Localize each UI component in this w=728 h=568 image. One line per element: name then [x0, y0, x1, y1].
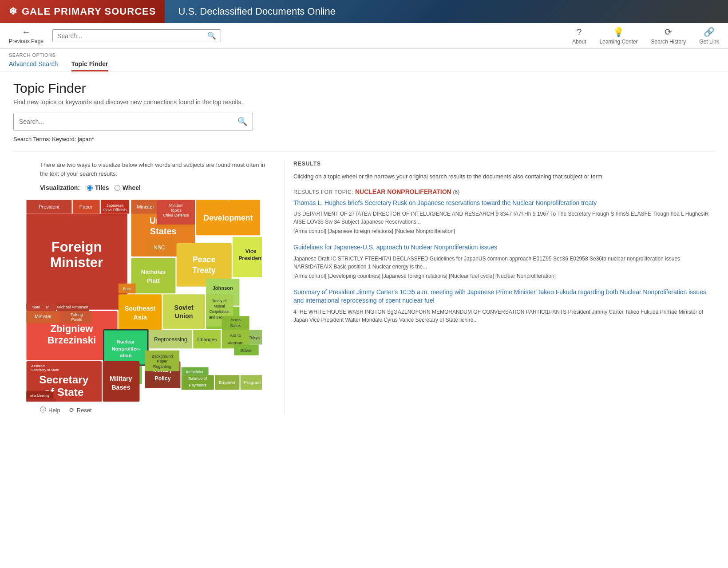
- svg-text:Japanese: Japanese: [107, 203, 123, 208]
- topic-search-icon[interactable]: 🔍: [237, 117, 247, 126]
- search-history-label: Search History: [651, 39, 686, 45]
- lightbulb-icon: 💡: [613, 27, 624, 37]
- svg-text:Minister: Minister: [35, 314, 52, 319]
- svg-text:Treaty of: Treaty of: [212, 299, 227, 303]
- result-excerpt-1: US DEPARTMENT OF 27TATEw DIRECTOR OF INT…: [293, 210, 710, 226]
- results-panel: RESULTS Clicking on a topic wheel or til…: [293, 161, 715, 333]
- reset-icon: ⟳: [69, 406, 75, 414]
- svg-text:Secretary of State: Secretary of State: [32, 368, 59, 372]
- prev-page-button[interactable]: ← Previous Page: [9, 27, 44, 44]
- result-link-3[interactable]: Summary of President Jimmy Carter's 10:3…: [293, 288, 710, 305]
- svg-text:Points: Points: [71, 317, 82, 322]
- svg-text:Changes: Changes: [197, 337, 217, 342]
- page-subtitle: Find new topics or keywords and discover…: [13, 99, 715, 106]
- wheel-radio-option[interactable]: Wheel: [115, 184, 141, 191]
- tile-summary[interactable]: [27, 398, 56, 402]
- keyword-value: japan*: [78, 136, 94, 142]
- svg-text:Payments: Payments: [189, 383, 207, 387]
- svg-text:Secretary: Secretary: [39, 374, 89, 386]
- learning-center-nav-item[interactable]: 💡 Learning Center: [600, 27, 638, 45]
- svg-text:Topics: Topics: [170, 208, 182, 213]
- svg-text:Minister: Minister: [50, 255, 103, 270]
- svg-text:President: President: [39, 204, 59, 209]
- results-topic-label: RESULTS FOR TOPIC:: [293, 189, 353, 195]
- svg-text:Nuclear: Nuclear: [117, 339, 135, 344]
- svg-text:Southeast: Southeast: [125, 305, 156, 312]
- topic-search-box: 🔍: [13, 113, 253, 130]
- reset-label: Reset: [77, 407, 92, 414]
- search-options-label: SEARCH OPTIONS: [9, 52, 719, 58]
- tile-svg: Foreign Minister President Paper Japanes…: [22, 197, 262, 402]
- help-label: Help: [48, 407, 60, 414]
- result-tags-2: [Arms control] [Developing countries] [J…: [293, 273, 710, 279]
- svg-text:Soviet: Soviet: [174, 304, 194, 311]
- reset-button[interactable]: ⟳ Reset: [69, 406, 92, 414]
- svg-text:Aid to: Aid to: [230, 333, 241, 338]
- history-icon: ⟳: [665, 27, 672, 37]
- global-search-icon[interactable]: 🔍: [207, 32, 216, 40]
- svg-text:Peace: Peace: [193, 255, 215, 264]
- results-header: RESULTS: [293, 161, 710, 167]
- help-button[interactable]: ⓘ Help: [40, 406, 60, 414]
- result-link-2[interactable]: Guidelines for Japanese-U.S. approach to…: [293, 243, 710, 252]
- wheel-radio[interactable]: [115, 185, 120, 191]
- learning-center-label: Learning Center: [600, 39, 638, 45]
- nav-right: ? About 💡 Learning Center ⟳ Search Histo…: [572, 27, 719, 45]
- svg-text:States: States: [150, 226, 177, 236]
- brand-section: ❄ GALE PRIMARY SOURCES: [0, 0, 165, 23]
- tile-southeast-asia[interactable]: [119, 294, 162, 331]
- get-link-nav-item[interactable]: 🔗 Get Link: [699, 27, 719, 45]
- svg-text:Treaty: Treaty: [193, 266, 216, 275]
- link-icon: 🔗: [704, 27, 715, 37]
- search-history-nav-item[interactable]: ⟳ Search History: [651, 27, 686, 45]
- tile-soviet-union[interactable]: [163, 294, 205, 329]
- svg-text:China Defense: China Defense: [163, 213, 189, 217]
- tab-topic-finder[interactable]: Topic Finder: [71, 60, 108, 71]
- svg-text:Mutual: Mutual: [214, 304, 225, 308]
- global-search-input[interactable]: [57, 32, 207, 39]
- result-link-1[interactable]: Thomas L. Hughes briefs Secretary Rusk o…: [293, 199, 710, 208]
- page-title: Topic Finder: [13, 81, 715, 96]
- tile-visualization[interactable]: Foreign Minister President Paper Japanes…: [22, 197, 262, 402]
- search-terms-label: Search Terms:: [13, 136, 51, 142]
- results-topic-count: (6): [453, 189, 460, 195]
- svg-text:Platt: Platt: [147, 277, 160, 284]
- result-item-2: Guidelines for Japanese-U.S. approach to…: [293, 243, 710, 279]
- topic-search-input[interactable]: [19, 118, 237, 125]
- svg-text:Sales: Sales: [230, 323, 241, 328]
- svg-text:Foreign: Foreign: [51, 239, 102, 255]
- tiles-label: Tiles: [95, 184, 109, 191]
- svg-text:Assistant: Assistant: [32, 364, 46, 368]
- search-options-bar: SEARCH OPTIONS Advanced Search Topic Fin…: [0, 49, 728, 72]
- svg-text:Paper: Paper: [79, 204, 93, 209]
- tab-advanced-search[interactable]: Advanced Search: [9, 60, 58, 71]
- svg-text:Indochina: Indochina: [186, 370, 203, 374]
- tiles-radio-option[interactable]: Tiles: [87, 184, 109, 191]
- svg-text:Nonprolifer-: Nonprolifer-: [112, 346, 140, 351]
- svg-text:NSC: NSC: [154, 245, 165, 251]
- wheel-label: Wheel: [123, 184, 141, 191]
- svg-text:Brzezinski: Brzezinski: [47, 335, 96, 346]
- arrow-left-icon: ←: [22, 27, 31, 37]
- results-topic-name: NUCLEAR NONPROLIFERATION: [355, 188, 451, 195]
- svg-text:Regarding: Regarding: [153, 364, 171, 369]
- result-tags-1: [Arms control] [Japanese foreign relatio…: [293, 228, 710, 234]
- svg-text:President: President: [238, 255, 262, 261]
- svg-text:Zbigniew: Zbigniew: [50, 323, 93, 334]
- svg-text:Development: Development: [203, 213, 253, 222]
- tile-nicholas-platt[interactable]: [131, 258, 176, 293]
- svg-text:Union: Union: [175, 312, 193, 320]
- viz-controls: Visualization: Tiles Wheel: [13, 184, 271, 191]
- svg-text:Asia: Asia: [133, 314, 147, 321]
- svg-text:Vice: Vice: [245, 248, 257, 254]
- svg-text:East: East: [123, 287, 131, 291]
- viz-label: Visualization:: [40, 184, 80, 191]
- question-icon: ?: [577, 27, 582, 37]
- about-nav-item[interactable]: ? About: [572, 27, 586, 45]
- help-icon: ⓘ: [40, 406, 46, 414]
- nav-bar: ← Previous Page 🔍 ? About 💡 Learning Cen…: [0, 23, 728, 49]
- svg-text:Emperor: Emperor: [219, 380, 236, 385]
- tiles-radio[interactable]: [87, 185, 93, 191]
- database-title: U.S. Declassified Documents Online: [178, 6, 336, 17]
- svg-text:Military: Military: [110, 375, 132, 382]
